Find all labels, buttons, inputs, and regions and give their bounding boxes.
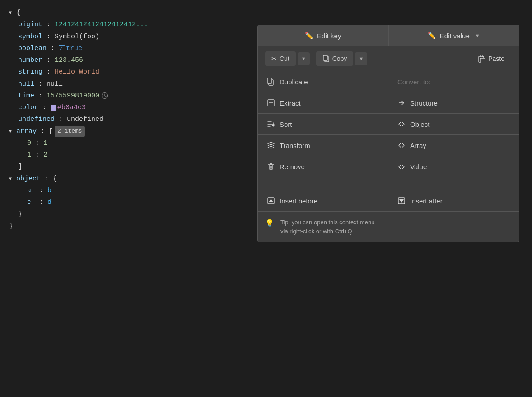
array-close: ] [9, 161, 253, 173]
svg-rect-4 [323, 55, 327, 60]
obj-key-c: c [27, 197, 31, 208]
sort-button[interactable]: Sort [258, 114, 388, 135]
transform-label: Transform [280, 142, 310, 149]
array-button[interactable]: Array [388, 135, 519, 156]
array-toggle[interactable] [9, 128, 16, 136]
edit-key-icon: ✏️ [305, 32, 313, 40]
cut-icon: ✂ [271, 55, 277, 62]
key-time: time [18, 90, 34, 102]
array-val-0: 1 [43, 138, 47, 149]
object-label: Object [410, 120, 429, 128]
key-undefined: undefined [18, 114, 55, 125]
object-button[interactable]: Object [388, 114, 519, 135]
duplicate-label: Duplicate [280, 78, 308, 86]
svg-line-2 [105, 96, 106, 97]
root-bracket-open: { [16, 7, 20, 19]
array-badge: 2 items [55, 126, 85, 137]
key-null: null [18, 78, 34, 90]
line-array-header: array : [ 2 items [9, 126, 253, 138]
edit-key-button[interactable]: ✏️ Edit key [258, 25, 389, 46]
edit-value-label: Edit value [440, 32, 470, 40]
root-bracket-close: } [9, 221, 13, 232]
insert-row: Insert before Insert after [258, 190, 519, 212]
array-item-0: 0 : 1 [9, 138, 253, 149]
val-bigint: 12412412412412412412... [55, 19, 148, 31]
edit-key-label: Edit key [317, 32, 341, 40]
line-boolean: boolean : true [9, 43, 253, 55]
value-icon [397, 163, 406, 171]
array-item-1: 1 : 2 [9, 149, 253, 161]
root-toggle[interactable] [9, 9, 16, 17]
insert-after-button[interactable]: Insert after [388, 190, 519, 211]
key-number: number [18, 55, 42, 66]
insert-before-button[interactable]: Insert before [258, 190, 388, 211]
key-bigint: bigint [18, 19, 42, 31]
json-tree: { bigint : 12412412412412412412... symbo… [0, 0, 262, 397]
insert-after-icon [397, 197, 406, 205]
ccp-row: ✂ Cut ▼ Copy ▼ Paste [258, 46, 519, 71]
extract-button[interactable]: Extract [258, 92, 388, 114]
checkbox-icon [59, 45, 65, 51]
line-undefined: undefined : undefined [9, 114, 253, 125]
key-string: string [18, 66, 42, 78]
object-toggle[interactable] [9, 175, 16, 183]
context-menu: ✏️ Edit key ✏️ Edit value ▼ ✂ Cut ▼ Copy… [257, 25, 519, 242]
line-string: string : Hello World [9, 66, 253, 78]
root-close: } [9, 221, 253, 232]
clock-icon [101, 92, 108, 99]
svg-rect-9 [267, 78, 272, 83]
copy-label: Copy [332, 55, 347, 62]
obj-key-a: a [27, 185, 31, 197]
edit-value-dropdown-arrow: ▼ [475, 33, 480, 38]
insert-after-label: Insert after [410, 197, 443, 205]
transform-icon [267, 141, 275, 149]
val-undefined: undefined [67, 114, 103, 125]
svg-rect-7 [480, 58, 485, 63]
line-null: null : null [9, 78, 253, 90]
val-symbol: Symbol(foo) [55, 31, 99, 43]
tip-text: Tip: you can open this context menu via … [280, 218, 374, 235]
cut-dropdown-button[interactable]: ▼ [298, 52, 310, 65]
line-time: time : 1575599819000 [9, 90, 253, 102]
edit-value-icon: ✏️ [428, 32, 436, 40]
color-swatch [51, 105, 56, 111]
paste-icon [477, 55, 485, 63]
key-symbol: symbol [18, 31, 42, 43]
copy-button[interactable]: Copy [316, 51, 354, 66]
copy-dropdown-button[interactable]: ▼ [355, 52, 367, 65]
array-label: Array [410, 142, 426, 149]
val-string: Hello World [55, 66, 99, 78]
svg-rect-6 [480, 55, 483, 57]
key-boolean: boolean [18, 43, 47, 55]
tip-row: 💡 Tip: you can open this context menu vi… [258, 212, 519, 242]
structure-button[interactable]: Structure [388, 92, 519, 114]
array-index-0: 0 [27, 138, 31, 149]
array-index-1: 1 [27, 149, 31, 161]
cut-button[interactable]: ✂ Cut [265, 51, 296, 66]
line-object-header: object : { [9, 173, 253, 185]
value-label: Value [410, 163, 427, 171]
obj-val-c: d [47, 197, 51, 208]
duplicate-button[interactable]: Duplicate [258, 71, 388, 92]
line-color: color : #b0a4e3 [9, 102, 253, 114]
key-color: color [18, 102, 38, 114]
paste-button[interactable]: Paste [470, 51, 512, 66]
object-icon [397, 120, 406, 128]
line-number: number : 123.456 [9, 55, 253, 66]
object-item-c: c : d [9, 197, 253, 208]
value-button[interactable]: Value [388, 156, 519, 177]
val-number: 123.456 [55, 55, 83, 66]
line-symbol: symbol : Symbol(foo) [9, 31, 253, 43]
transform-button[interactable]: Transform [258, 135, 388, 156]
copy-icon [322, 55, 330, 62]
edit-value-button[interactable]: ✏️ Edit value ▼ [389, 25, 519, 46]
structure-label: Structure [410, 99, 438, 107]
array-icon [397, 141, 406, 149]
line-bigint: bigint : 12412412412412412412... [9, 19, 253, 31]
remove-button[interactable]: Remove [258, 156, 388, 177]
root-open: { [9, 7, 253, 19]
sort-label: Sort [280, 120, 292, 128]
edit-row: ✏️ Edit key ✏️ Edit value ▼ [258, 25, 519, 46]
object-close: } [9, 208, 253, 220]
action-grid: Duplicate Convert to: Extract Structure [258, 71, 519, 190]
